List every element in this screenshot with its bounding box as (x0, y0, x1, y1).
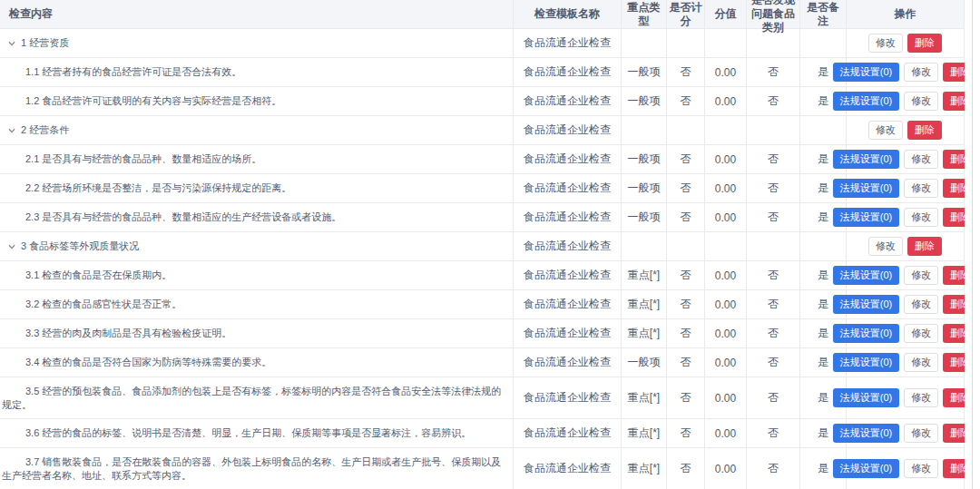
cell-actions: 法规设置(0)修改删除 (847, 319, 965, 347)
action-button-group: 法规设置(0)修改删除 (847, 295, 964, 314)
action-button-group: 法规设置(0)修改删除 (847, 208, 964, 227)
cell-actions: 法规设置(0)修改删除 (847, 348, 965, 377)
table-row-item: 3.3 经营的肉及肉制品是否具有检验检疫证明。食品流通企业检查重点[*]否0.0… (0, 319, 965, 348)
law-settings-button[interactable]: 法规设置(0) (833, 353, 899, 372)
edit-button[interactable]: 修改 (904, 424, 938, 443)
cell-score: 0.00 (705, 377, 747, 418)
law-settings-button[interactable]: 法规设置(0) (833, 459, 899, 478)
col-header-scored: 是否计分 (667, 0, 705, 28)
col-header-score: 分值 (705, 0, 747, 28)
cell-problem-category (747, 116, 800, 144)
cell-key-type: 重点[*] (622, 261, 667, 289)
edit-button[interactable]: 修改 (904, 388, 938, 407)
col-header-remark: 是否备注 (800, 0, 847, 28)
cell-template-name: 食品流通企业检查 (514, 377, 622, 418)
edit-button[interactable]: 修改 (904, 92, 938, 111)
action-button-group: 法规设置(0)修改删除 (847, 179, 964, 198)
cell-actions: 法规设置(0)修改删除 (847, 290, 965, 318)
cell-key-type (622, 29, 667, 57)
cell-content: 3.3 经营的肉及肉制品是否具有检验检疫证明。 (0, 319, 514, 347)
cell-content: 2.2 经营场所环境是否整洁，是否与污染源保持规定的距离。 (0, 174, 514, 202)
cell-problem-category (747, 232, 800, 260)
law-settings-button[interactable]: 法规设置(0) (833, 92, 899, 111)
law-settings-button[interactable]: 法规设置(0) (833, 208, 899, 227)
edit-button[interactable]: 修改 (868, 121, 903, 140)
law-settings-button[interactable]: 法规设置(0) (833, 295, 899, 314)
cell-template-name: 食品流通企业检查 (514, 203, 622, 231)
chevron-down-icon[interactable] (7, 242, 16, 251)
col-header-actions: 操作 (847, 0, 965, 28)
group-title: 3 食品标签等外观质量状况 (21, 240, 139, 253)
cell-key-type (622, 116, 667, 144)
edit-button[interactable]: 修改 (904, 324, 938, 343)
col-header-problem-category: 是否发现问题食品类别 (747, 0, 800, 28)
law-settings-button[interactable]: 法规设置(0) (833, 63, 899, 82)
cell-key-type: 一般项 (622, 145, 667, 173)
edit-button[interactable]: 修改 (904, 63, 938, 82)
table-row-item: 3.2 检查的食品感官性状是否正常。食品流通企业检查重点[*]否0.00否是法规… (0, 290, 965, 319)
cell-score: 0.00 (705, 203, 747, 231)
cell-scored: 否 (667, 290, 705, 318)
cell-score: 0.00 (705, 448, 747, 489)
law-settings-button[interactable]: 法规设置(0) (833, 388, 899, 407)
law-settings-button[interactable]: 法规设置(0) (833, 266, 899, 285)
cell-actions: 修改删除 (847, 29, 965, 57)
delete-button[interactable]: 删除 (907, 237, 942, 256)
cell-scored: 否 (667, 145, 705, 173)
group-title: 2 经营条件 (21, 123, 69, 137)
scrollbar-track[interactable] (972, 0, 973, 489)
action-button-group: 法规设置(0)修改删除 (847, 150, 964, 169)
cell-scored: 否 (667, 448, 705, 489)
cell-content: 1.1 经营者持有的食品经营许可证是否合法有效。 (0, 58, 514, 86)
cell-scored: 否 (667, 58, 705, 86)
cell-scored (667, 29, 705, 57)
cell-score: 0.00 (705, 58, 747, 86)
cell-problem-category: 否 (747, 261, 800, 289)
delete-button[interactable]: 删除 (907, 34, 942, 53)
chevron-down-icon[interactable] (7, 126, 16, 135)
cell-score: 0.00 (705, 87, 747, 115)
edit-button[interactable]: 修改 (904, 353, 938, 372)
cell-content: 2 经营条件 (0, 116, 514, 144)
cell-problem-category: 否 (747, 58, 800, 86)
delete-button[interactable]: 删除 (907, 121, 942, 140)
edit-button[interactable]: 修改 (904, 266, 938, 285)
cell-problem-category: 否 (747, 348, 800, 377)
law-settings-button[interactable]: 法规设置(0) (833, 324, 899, 343)
table-row-item: 3.4 检查的食品是否符合国家为防病等特殊需要的要求。食品流通企业检查一般项否0… (0, 348, 965, 377)
cell-scored: 否 (667, 348, 705, 377)
cell-key-type: 一般项 (622, 87, 667, 115)
action-button-group: 修改删除 (847, 121, 964, 140)
cell-score: 0.00 (705, 290, 747, 318)
edit-button[interactable]: 修改 (868, 34, 903, 53)
edit-button[interactable]: 修改 (904, 150, 938, 169)
cell-actions: 法规设置(0)修改删除 (847, 174, 965, 202)
chevron-down-icon[interactable] (7, 39, 16, 48)
cell-content: 3.7 销售散装食品，是否在散装食品的容器、外包装上标明食品的名称、生产日期或者… (0, 448, 514, 489)
law-settings-button[interactable]: 法规设置(0) (833, 179, 899, 198)
edit-button[interactable]: 修改 (868, 237, 903, 256)
law-settings-button[interactable]: 法规设置(0) (833, 424, 899, 443)
edit-button[interactable]: 修改 (904, 459, 938, 478)
cell-scored (667, 232, 705, 260)
cell-remark (800, 232, 847, 260)
table-row-item: 3.7 销售散装食品，是否在散装食品的容器、外包装上标明食品的名称、生产日期或者… (0, 448, 965, 489)
table-row-group: 3 食品标签等外观质量状况食品流通企业检查修改删除 (0, 232, 965, 261)
cell-key-type: 重点[*] (622, 377, 667, 418)
cell-template-name: 食品流通企业检查 (514, 58, 622, 86)
group-title: 1 经营资质 (21, 36, 69, 50)
col-header-template-name: 检查模板名称 (514, 0, 622, 28)
cell-content: 3.2 检查的食品感官性状是否正常。 (0, 290, 514, 318)
cell-template-name: 食品流通企业检查 (514, 261, 622, 289)
table-body: 1 经营资质食品流通企业检查修改删除1.1 经营者持有的食品经营许可证是否合法有… (0, 29, 965, 489)
table-row-item: 1.2 食品经营许可证载明的有关内容与实际经营是否相符。食品流通企业检查一般项否… (0, 87, 965, 116)
cell-actions: 法规设置(0)修改删除 (847, 419, 965, 447)
edit-button[interactable]: 修改 (904, 179, 938, 198)
cell-scored: 否 (667, 261, 705, 289)
edit-button[interactable]: 修改 (904, 295, 938, 314)
cell-template-name: 食品流通企业检查 (514, 232, 622, 260)
cell-content: 3.6 经营的食品的标签、说明书是否清楚、明显，生产日期、保质期等事项是否显著标… (0, 419, 514, 447)
table-row-item: 3.6 经营的食品的标签、说明书是否清楚、明显，生产日期、保质期等事项是否显著标… (0, 419, 965, 448)
law-settings-button[interactable]: 法规设置(0) (833, 150, 899, 169)
edit-button[interactable]: 修改 (904, 208, 938, 227)
